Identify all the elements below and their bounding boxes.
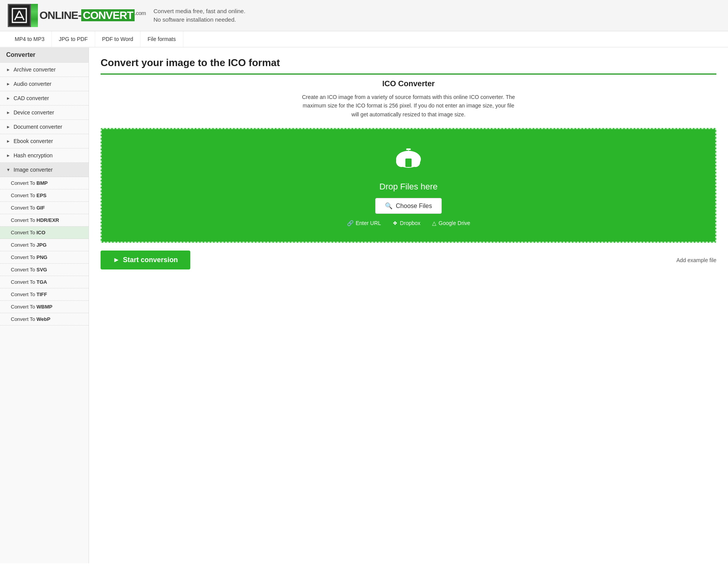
upload-cloud-icon xyxy=(109,145,707,177)
svg-line-1 xyxy=(15,11,19,20)
converter-heading: ICO Converter xyxy=(101,79,716,88)
converter-description: Create an ICO image from a variety of so… xyxy=(300,93,517,119)
link-icon: 🔗 xyxy=(347,220,354,226)
sidebar-item-ebook[interactable]: ► Ebook converter xyxy=(0,134,89,148)
arrow-icon: ► xyxy=(6,124,10,129)
sidebar-sub-tga[interactable]: Convert To TGA xyxy=(0,276,89,288)
svg-rect-9 xyxy=(406,148,411,150)
sub-label: Convert To WBMP xyxy=(11,304,52,310)
sub-label: Convert To ICO xyxy=(11,230,45,235)
sidebar-item-label: Ebook converter xyxy=(14,138,53,144)
nav-jpg-to-pdf[interactable]: JPG to PDF xyxy=(52,31,95,47)
choose-files-button[interactable]: 🔍 Choose Files xyxy=(375,198,441,214)
arrow-icon: ► xyxy=(6,67,10,72)
logo-convert: CONVERT xyxy=(81,9,135,21)
drop-zone[interactable]: Drop Files here 🔍 Choose Files 🔗 Enter U… xyxy=(101,128,716,243)
start-conversion-button[interactable]: ► Start conversion xyxy=(101,251,190,269)
header: ONLINE-CONVERT.com Convert media free, f… xyxy=(0,0,728,31)
svg-rect-0 xyxy=(12,9,26,22)
sub-label: Convert To TGA xyxy=(11,279,47,285)
arrow-icon: ► xyxy=(6,110,10,115)
sidebar-item-device[interactable]: ► Device converter xyxy=(0,106,89,120)
sidebar-sub-gif[interactable]: Convert To GIF xyxy=(0,202,89,214)
sidebar-title: Converter xyxy=(0,48,89,63)
logo[interactable]: ONLINE-CONVERT.com xyxy=(8,4,146,27)
action-bar: ► Start conversion Add example file xyxy=(101,251,716,269)
sidebar-sub-list: Convert To BMP Convert To EPS Convert To… xyxy=(0,177,89,326)
converter-info: ICO Converter Create an ICO image from a… xyxy=(101,79,716,119)
tagline-line1: Convert media free, fast and online. xyxy=(154,7,246,16)
sidebar-item-label: Device converter xyxy=(14,109,54,116)
sub-label: Convert To PNG xyxy=(11,254,47,260)
drop-text: Drop Files here xyxy=(109,182,707,192)
svg-rect-7 xyxy=(405,159,412,167)
sidebar-item-hash[interactable]: ► Hash encryption xyxy=(0,148,89,163)
svg-point-6 xyxy=(411,158,420,167)
sidebar-sub-svg[interactable]: Convert To SVG xyxy=(0,264,89,276)
arrow-icon: ► xyxy=(6,82,10,86)
sidebar: Converter ► Archive converter ► Audio co… xyxy=(0,48,89,563)
sub-label: Convert To SVG xyxy=(11,267,47,273)
enter-url-link[interactable]: 🔗 Enter URL xyxy=(347,220,381,226)
nav-mp4-to-mp3[interactable]: MP4 to MP3 xyxy=(8,31,52,47)
main-layout: Converter ► Archive converter ► Audio co… xyxy=(0,48,728,563)
sub-label: Convert To EPS xyxy=(11,193,46,198)
sidebar-sub-png[interactable]: Convert To PNG xyxy=(0,251,89,264)
nav-bar: MP4 to MP3 JPG to PDF PDF to Word File f… xyxy=(0,31,728,48)
sub-label: Convert To GIF xyxy=(11,205,45,211)
sidebar-item-image[interactable]: ▼ Image converter xyxy=(0,163,89,177)
sidebar-item-cad[interactable]: ► CAD converter xyxy=(0,91,89,106)
enter-url-label: Enter URL xyxy=(356,220,381,226)
search-icon: 🔍 xyxy=(385,202,393,210)
arrow-down-icon: ▼ xyxy=(6,167,10,172)
sidebar-item-label: Document converter xyxy=(14,124,62,130)
arrow-icon: ► xyxy=(6,153,10,158)
sidebar-item-label: Audio converter xyxy=(14,81,51,87)
sidebar-sub-hdr[interactable]: Convert To HDR/EXR xyxy=(0,214,89,227)
sidebar-item-label: Archive converter xyxy=(14,66,56,73)
sub-label: Convert To HDR/EXR xyxy=(11,217,59,223)
sub-label: Convert To TIFF xyxy=(11,292,47,297)
sidebar-sub-wbmp[interactable]: Convert To WBMP xyxy=(0,301,89,313)
sidebar-item-label: Image converter xyxy=(14,167,53,173)
logo-dash: - xyxy=(78,9,81,21)
logo-dotcom: .com xyxy=(135,10,146,16)
sidebar-sub-ico[interactable]: Convert To ICO xyxy=(0,227,89,239)
sidebar-item-label: Hash encryption xyxy=(14,152,53,159)
nav-pdf-to-word[interactable]: PDF to Word xyxy=(95,31,141,47)
logo-green-bar xyxy=(31,4,38,27)
logo-text: ONLINE-CONVERT.com xyxy=(39,9,146,22)
svg-line-2 xyxy=(19,11,24,20)
sidebar-item-document[interactable]: ► Document converter xyxy=(0,120,89,134)
nav-file-formats[interactable]: File formats xyxy=(140,31,183,47)
sidebar-item-archive[interactable]: ► Archive converter xyxy=(0,63,89,77)
arrow-icon: ► xyxy=(6,139,10,143)
sidebar-item-audio[interactable]: ► Audio converter xyxy=(0,77,89,91)
page-title: Convert your image to the ICO format xyxy=(101,57,716,75)
sidebar-sub-eps[interactable]: Convert To EPS xyxy=(0,189,89,202)
sub-label: Convert To WebP xyxy=(11,316,50,322)
drop-zone-links: 🔗 Enter URL ❖ Dropbox △ Google Drive xyxy=(109,220,707,226)
google-drive-link[interactable]: △ Google Drive xyxy=(432,220,470,226)
sidebar-sub-tiff[interactable]: Convert To TIFF xyxy=(0,288,89,301)
sidebar-item-label: CAD converter xyxy=(14,95,49,101)
choose-files-label: Choose Files xyxy=(396,203,432,210)
header-tagline: Convert media free, fast and online. No … xyxy=(154,7,246,24)
arrow-icon: ► xyxy=(6,96,10,101)
sub-label: Convert To BMP xyxy=(11,180,48,186)
sidebar-sub-webp[interactable]: Convert To WebP xyxy=(0,313,89,326)
logo-icon xyxy=(8,4,31,27)
sidebar-sub-jpg[interactable]: Convert To JPG xyxy=(0,239,89,251)
sub-label: Convert To JPG xyxy=(11,242,46,248)
google-drive-label: Google Drive xyxy=(439,220,470,226)
start-btn-label: Start conversion xyxy=(123,256,178,264)
dropbox-icon: ❖ xyxy=(393,220,398,226)
tagline-line2: No software installation needed. xyxy=(154,15,246,24)
dropbox-link[interactable]: ❖ Dropbox xyxy=(393,220,420,226)
add-example-link[interactable]: Add example file xyxy=(676,257,716,263)
logo-online: ONLINE xyxy=(39,9,78,21)
main-content: Convert your image to the ICO format ICO… xyxy=(89,48,728,563)
google-drive-icon: △ xyxy=(432,220,436,226)
sidebar-sub-bmp[interactable]: Convert To BMP xyxy=(0,177,89,189)
chevron-right-icon: ► xyxy=(113,256,120,264)
